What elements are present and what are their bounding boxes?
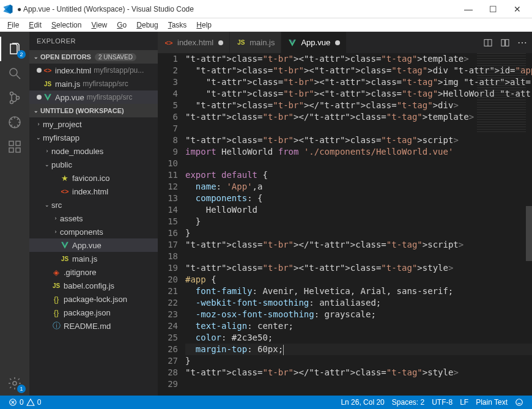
json-icon: {} <box>51 308 61 317</box>
activity-extensions[interactable] <box>0 134 29 159</box>
statusbar: 0 0 Ln 26, Col 20 Spaces: 2 UTF-8 LF Pla… <box>0 396 532 409</box>
menubar: FileEditSelectionViewGoDebugTasksHelp <box>0 18 532 32</box>
code-content[interactable]: "t-attr">class="t-br"><"t-attr">class="t… <box>185 53 532 396</box>
open-editor-item[interactable]: <>index.htmlmyfirstapp/pu... <box>29 64 158 77</box>
tree-item[interactable]: ◈.gitignore <box>29 265 158 279</box>
menu-tasks[interactable]: Tasks <box>163 20 192 31</box>
menu-go[interactable]: Go <box>112 20 131 31</box>
tree-item[interactable]: JSbabel.config.js <box>29 279 158 292</box>
tree-item[interactable]: {}package.json <box>29 306 158 319</box>
editor-tab[interactable]: <>index.html <box>158 32 230 53</box>
vue-icon <box>287 38 297 48</box>
more-actions-icon[interactable]: ⋯ <box>517 37 527 48</box>
window-title: ● App.vue - Untitled (Workspace) - Visua… <box>17 5 456 13</box>
tabbar: <>index.htmlJSmain.jsApp.vue⋯ <box>158 32 532 53</box>
status-indent[interactable]: Spaces: 2 <box>388 398 428 407</box>
activity-search[interactable] <box>0 61 29 86</box>
status-eol[interactable]: LF <box>456 398 472 407</box>
minimize-button[interactable]: — <box>456 4 481 14</box>
svg-point-9 <box>13 381 17 385</box>
tree-item[interactable]: ⌄myfirstapp <box>29 131 158 144</box>
json-icon: {} <box>51 294 61 304</box>
unsaved-badge: 2 UNSAVED <box>95 53 136 61</box>
js-icon: JS <box>51 281 61 290</box>
twisty-icon: › <box>51 215 60 221</box>
status-feedback[interactable] <box>511 398 527 407</box>
tree-item[interactable]: App.vue <box>29 238 158 252</box>
menu-file[interactable]: File <box>2 20 24 31</box>
info-icon: ⓘ <box>51 321 61 331</box>
status-encoding[interactable]: UTF-8 <box>428 398 456 407</box>
activity-explorer[interactable]: 2 <box>0 37 29 61</box>
editor-tab[interactable]: App.vue <box>281 32 347 53</box>
close-button[interactable]: ✕ <box>505 4 530 14</box>
favicon-icon: ★ <box>60 173 70 183</box>
svg-rect-11 <box>501 39 504 46</box>
menu-view[interactable]: View <box>86 20 112 31</box>
js-icon: JS <box>43 79 53 89</box>
tree-item[interactable]: ›my_project <box>29 117 158 131</box>
explorer-badge: 2 <box>17 50 26 59</box>
activitybar: 2 1 <box>0 32 29 396</box>
chevron-down-icon: ⌄ <box>32 108 40 114</box>
open-editor-item[interactable]: App.vuemyfirstapp/src <box>29 90 158 104</box>
git-icon: ◈ <box>51 267 61 277</box>
svg-point-0 <box>10 68 17 76</box>
modified-dot-icon <box>37 95 42 100</box>
tree-item[interactable]: ⓘREADME.md <box>29 319 158 333</box>
tree-item[interactable]: ⌄src <box>29 198 158 212</box>
tree-item[interactable]: ›components <box>29 225 158 238</box>
svg-rect-5 <box>9 141 13 146</box>
tree-item[interactable]: ⌄public <box>29 158 158 171</box>
svg-rect-8 <box>16 148 20 152</box>
code-editor[interactable]: 1234567891011121314151617181920212223242… <box>158 53 532 396</box>
chevron-down-icon: ⌄ <box>32 54 40 60</box>
status-problems[interactable]: 0 0 <box>5 398 45 407</box>
twisty-icon: › <box>34 121 43 127</box>
activity-scm[interactable] <box>0 86 29 110</box>
tree-item[interactable]: ★favicon.ico <box>29 171 158 185</box>
modified-dot-icon <box>335 40 340 45</box>
tree-item[interactable]: ›assets <box>29 212 158 225</box>
menu-help[interactable]: Help <box>191 20 216 31</box>
split-editor-icon[interactable] <box>483 38 493 48</box>
window-titlebar: ● App.vue - Untitled (Workspace) - Visua… <box>0 0 532 18</box>
editor-layout-icon[interactable] <box>500 38 510 48</box>
editor-tab[interactable]: JSmain.js <box>230 32 281 53</box>
vertical-scrollbar[interactable] <box>526 53 532 396</box>
tree-item[interactable]: <>index.html <box>29 185 158 198</box>
menu-selection[interactable]: Selection <box>46 20 86 31</box>
workspace-tree: ›my_project⌄myfirstapp›node_modules⌄publ… <box>29 117 158 396</box>
js-icon: JS <box>236 38 246 48</box>
twisty-icon: › <box>43 148 51 154</box>
settings-badge: 1 <box>17 385 26 393</box>
maximize-button[interactable]: ☐ <box>481 4 505 14</box>
vue-icon <box>43 92 53 102</box>
twisty-icon: ⌄ <box>34 134 43 141</box>
html-icon: <> <box>43 65 53 75</box>
activity-settings[interactable]: 1 <box>0 371 29 396</box>
svg-rect-12 <box>506 39 509 46</box>
sidebar: EXPLORER ⌄ OPEN EDITORS 2 UNSAVED <>inde… <box>29 32 158 396</box>
status-language[interactable]: Plain Text <box>472 398 511 407</box>
tree-item[interactable]: JSmain.js <box>29 252 158 265</box>
menu-edit[interactable]: Edit <box>24 20 46 31</box>
svg-point-1 <box>10 92 13 95</box>
workspace-header[interactable]: ⌄ UNTITLED (WORKSPACE) <box>29 104 158 117</box>
svg-rect-6 <box>16 141 20 146</box>
modified-dot-icon <box>218 40 223 45</box>
svg-rect-7 <box>9 148 13 152</box>
open-editors-header[interactable]: ⌄ OPEN EDITORS 2 UNSAVED <box>29 50 158 64</box>
twisty-icon: › <box>51 229 60 235</box>
line-gutter: 1234567891011121314151617181920212223242… <box>158 53 185 396</box>
open-editor-item[interactable]: JSmain.jsmyfirstapp/src <box>29 77 158 90</box>
tree-item[interactable]: {}package-lock.json <box>29 292 158 306</box>
html-icon: <> <box>60 186 70 196</box>
status-cursor[interactable]: Ln 26, Col 20 <box>337 398 388 407</box>
menu-debug[interactable]: Debug <box>131 20 163 31</box>
activity-debug[interactable] <box>0 110 29 134</box>
svg-point-14 <box>516 399 523 406</box>
tree-item[interactable]: ›node_modules <box>29 144 158 158</box>
sidebar-title: EXPLORER <box>29 32 158 50</box>
vscode-icon <box>2 4 13 15</box>
